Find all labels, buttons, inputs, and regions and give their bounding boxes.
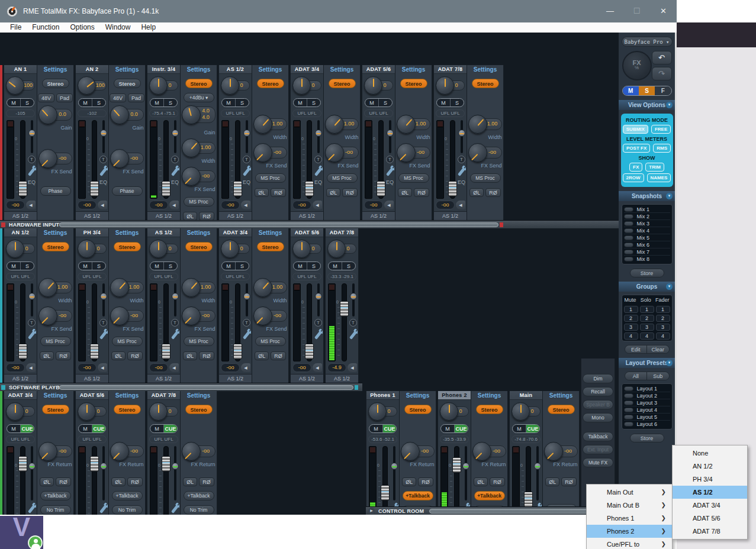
fader-track[interactable] [378,120,384,199]
desktop-icon[interactable]: V [0,516,43,549]
stereo-button[interactable]: Stereo [42,242,69,251]
fader-track[interactable] [235,120,240,199]
fader-handle[interactable] [340,301,349,317]
control-room-talkback-button[interactable]: Talkback [583,432,613,441]
fader-handle[interactable] [524,492,533,507]
solo-button[interactable]: S [20,99,34,106]
fx-knob[interactable]: FX% [622,51,652,80]
knob-control[interactable] [110,278,129,297]
mute-button[interactable]: M [79,425,92,432]
settings-button-øl[interactable]: ØL [398,188,412,197]
knob-control[interactable] [468,143,487,162]
pan-knob[interactable] [327,240,346,258]
settings-button-no-trim[interactable]: No Trim [40,505,71,515]
settings-button--talkback[interactable]: +Talkback [112,491,143,500]
snapshot-row[interactable]: Mix 8 [624,256,670,263]
settings-button-rø[interactable]: RØ [490,477,505,486]
fader-handle[interactable] [162,456,170,472]
wrench-icon[interactable] [99,167,107,176]
group-fader-3[interactable]: 3 [656,324,670,331]
chevron-down-icon[interactable]: ▼ [666,283,673,290]
menu-item-main-out[interactable]: Main Out❯ [587,486,672,499]
knob-control[interactable] [110,306,129,325]
layout-select-button[interactable] [624,415,633,419]
layout-row[interactable]: Layout 6 [624,421,670,428]
settings-button-phase[interactable]: Phase [40,186,71,196]
group-fader-4[interactable]: 4 [656,332,670,340]
submenu-item-none[interactable]: None [673,447,747,460]
trim-fader-track[interactable] [317,120,320,153]
collapse-arrow-button[interactable]: ◀ [348,363,357,372]
wrench-icon[interactable] [314,331,322,340]
section-scrollbar[interactable] [59,385,353,390]
trim-fader-track[interactable] [102,120,105,153]
settings-button-ms-proc[interactable]: MS Proc [470,173,501,183]
submix-button[interactable]: SUBMIX [623,125,648,134]
solo-button[interactable]: S [450,99,464,106]
settings-button-rø[interactable]: RØ [271,188,286,197]
stereo-button[interactable]: Stereo [472,79,499,88]
pan-knob[interactable] [436,76,454,95]
trim-button[interactable]: TRIM [645,163,664,172]
fader-track[interactable] [163,120,169,199]
knob-control[interactable] [110,105,129,124]
mute-button[interactable]: M [513,425,526,432]
fader-handle[interactable] [162,344,170,359]
layout-row[interactable]: Layout 2 [624,392,670,399]
stereo-button[interactable]: Stereo [404,405,432,414]
collapse-arrow-button[interactable]: ◀ [169,363,179,372]
trim-fader-handle[interactable] [28,293,36,300]
wrench-icon[interactable] [349,331,357,340]
snapshot-row[interactable]: Mix 1 [624,206,670,213]
pan-knob[interactable] [511,402,530,421]
snapshot-select-button[interactable] [624,214,633,219]
submenu-item-as-1-2[interactable]: AS 1/2 [673,486,747,499]
settings-button-rø[interactable]: RØ [127,351,143,360]
wrench-icon[interactable] [171,505,179,514]
settings-button-rø[interactable]: RØ [561,477,577,486]
settings-button-ms-proc[interactable]: MS Proc [255,337,286,346]
trim-fader-track[interactable] [31,446,33,500]
groups-header[interactable]: Groups▼ [619,282,675,292]
collapse-arrow-button[interactable]: ◀ [26,363,36,372]
trim-fader-track[interactable] [465,446,467,500]
snapshot-select-button[interactable] [624,228,633,233]
trim-fader-handle[interactable] [172,130,179,137]
settings-button--talkback[interactable]: +Talkback [403,491,433,500]
pan-knob[interactable] [440,402,458,421]
collapse-arrow-button[interactable]: ◀ [456,201,465,209]
snapshot-select-button[interactable] [624,221,633,226]
settings-button-øl[interactable]: ØL [40,351,54,360]
collapse-arrow-button[interactable]: ◀ [241,201,250,209]
group-solo-2[interactable]: 2 [640,315,654,322]
stereo-button[interactable]: Stereo [185,79,213,88]
trim-button[interactable]: T [28,319,36,327]
groups-edit-button[interactable]: Edit [625,345,647,353]
layout-select-button[interactable] [624,386,633,391]
trim-fader-handle[interactable] [28,463,36,470]
cue-button[interactable]: CUE [92,425,105,432]
fader-handle[interactable] [18,344,27,359]
settings-button-rø[interactable]: RØ [271,351,286,360]
pan-knob[interactable] [292,76,311,95]
settings-button-rø[interactable]: RØ [199,212,214,220]
trim-fader-handle[interactable] [387,130,394,137]
mute-button[interactable]: M [365,99,378,106]
settings-button--talkback[interactable]: +Talkback [474,491,505,500]
knob-control[interactable] [253,143,272,162]
pan-knob[interactable] [364,76,382,95]
pan-knob[interactable] [6,402,24,421]
knob-control[interactable] [182,167,201,186]
pan-knob[interactable] [6,240,24,258]
settings-button-ms-proc[interactable]: MS Proc [398,173,429,183]
settings-button-øl[interactable]: ØL [111,351,126,360]
trim-fader-track[interactable] [31,283,33,317]
menubar-item-window[interactable]: Window [100,22,136,33]
layout-row[interactable]: Layout 1 [624,385,670,392]
settings-button-ms-proc[interactable]: MS Proc [255,173,286,183]
mute-button[interactable]: M [294,262,307,270]
stereo-button[interactable]: Stereo [548,405,575,414]
trim-fader-handle[interactable] [350,293,357,300]
trim-fader-handle[interactable] [458,130,465,137]
pan-knob[interactable] [292,240,311,258]
